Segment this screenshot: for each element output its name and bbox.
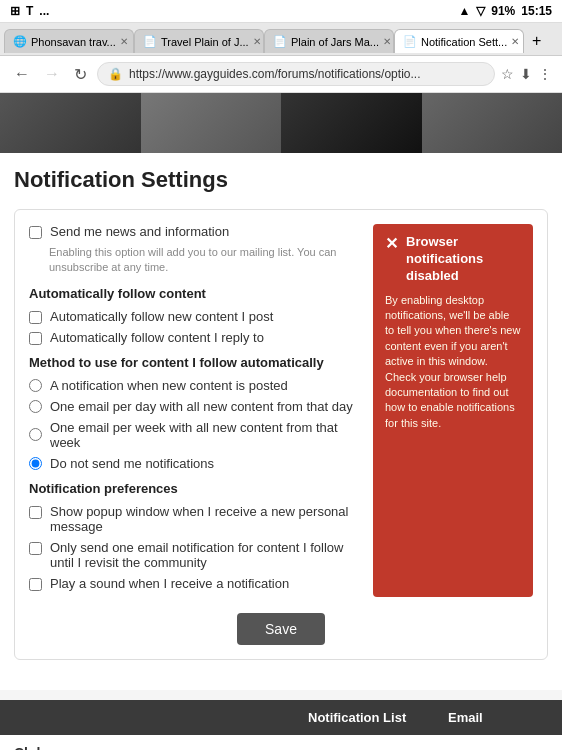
method-radio-input-0[interactable] [29,379,42,392]
tab-label: Plain of Jars Ma... [291,36,379,48]
tab-close-btn[interactable]: ✕ [120,36,128,47]
table-col-item [14,710,308,725]
back-button[interactable]: ← [10,63,34,85]
tab-close-btn[interactable]: ✕ [253,36,261,47]
tab-label: Notification Sett... [421,36,507,48]
main-content: Notification Settings Send me news and i… [0,153,562,690]
method-radio-input-3[interactable] [29,457,42,470]
notification-card: Send me news and information Enabling th… [14,209,548,660]
auto-follow-reply-checkbox[interactable] [29,332,42,345]
hero-img-4 [422,93,563,153]
overflow-dots: ... [39,4,49,18]
tab-phonsavan[interactable]: 🌐 Phonsavan trav... ✕ [4,29,134,53]
tab-indicator: T [26,4,33,18]
lock-icon: 🔒 [108,67,123,81]
method-radio-label-3: Do not send me notifications [50,456,214,471]
send-news-checkbox[interactable] [29,226,42,239]
method-radio-1: One email per day with all new content f… [29,399,359,414]
browser-notif-box: ✕ Browser notifications disabled By enab… [373,224,533,597]
page-title: Notification Settings [14,167,548,193]
star-icon[interactable]: ☆ [501,66,514,82]
pref-row-0: Show popup window when I receive a new p… [29,504,359,534]
battery-status: 91% [491,4,515,18]
signal-icon: ▲ [458,4,470,18]
hero-img-3 [281,93,422,153]
tab-notification-settings[interactable]: 📄 Notification Sett... ✕ [394,29,524,53]
status-bar-right: ▲ ▽ 91% 15:15 [458,4,552,18]
auto-follow-new-label: Automatically follow new content I post [50,309,273,324]
hero-img-2 [141,93,282,153]
auto-follow-reply-label: Automatically follow content I reply to [50,330,264,345]
tab-icon: 📄 [403,35,417,48]
notification-form: Send me news and information Enabling th… [29,224,359,597]
status-bar-left: ⊞ T ... [10,4,49,18]
group-label-clubs: Clubs [0,735,562,750]
app-icon: ⊞ [10,4,20,18]
auto-follow-reply-row: Automatically follow content I reply to [29,330,359,345]
pref-label-2: Play a sound when I receive a notificati… [50,576,289,591]
browser-notif-title: Browser notifications disabled [406,234,521,285]
tab-label: Phonsavan trav... [31,36,116,48]
pref-label-1: Only send one email notification for con… [50,540,359,570]
method-radio-input-1[interactable] [29,400,42,413]
pref-label-0: Show popup window when I receive a new p… [50,504,359,534]
tab-plain-of-jars[interactable]: 📄 Plain of Jars Ma... ✕ [264,29,394,53]
clock: 15:15 [521,4,552,18]
method-radio-2: One email per week with all new content … [29,420,359,450]
notification-table-section: Notification List Email Clubs I am invit… [0,700,562,750]
address-bar: ← → ↻ 🔒 https://www.gayguides.com/forums… [0,56,562,93]
tabs-bar: 🌐 Phonsavan trav... ✕ 📄 Travel Plain of … [0,23,562,56]
browser-notif-body: By enabling desktop notifications, we'll… [385,293,521,432]
tab-travel[interactable]: 📄 Travel Plain of J... ✕ [134,29,264,53]
table-col-email: Email [448,710,548,725]
method-radio-label-0: A notification when new content is poste… [50,378,288,393]
tab-close-btn[interactable]: ✕ [383,36,391,47]
browser-notif-header: ✕ Browser notifications disabled [385,234,521,285]
status-bar: ⊞ T ... ▲ ▽ 91% 15:15 [0,0,562,23]
tab-icon: 📄 [273,35,287,48]
pref-row-1: Only send one email notification for con… [29,540,359,570]
hero-img-1 [0,93,141,153]
menu-icon[interactable]: ⋮ [538,66,552,82]
save-button[interactable]: Save [237,613,325,645]
tab-icon: 📄 [143,35,157,48]
preferences-section-label: Notification preferences [29,481,359,496]
pref-row-2: Play a sound when I receive a notificati… [29,576,359,591]
send-news-row: Send me news and information [29,224,359,239]
save-row: Save [29,613,533,645]
table-header: Notification List Email [0,700,562,735]
method-radio-label-2: One email per week with all new content … [50,420,359,450]
wifi-icon: ▽ [476,4,485,18]
url-text: https://www.gayguides.com/forums/notific… [129,67,484,81]
forward-button[interactable]: → [40,63,64,85]
hero-images [0,93,562,153]
method-radio-input-2[interactable] [29,428,42,441]
auto-follow-new-row: Automatically follow new content I post [29,309,359,324]
table-col-notif-list: Notification List [308,710,448,725]
url-box[interactable]: 🔒 https://www.gayguides.com/forums/notif… [97,62,495,86]
method-radio-3: Do not send me notifications [29,456,359,471]
tab-icon: 🌐 [13,35,27,48]
method-section-label: Method to use for content I follow autom… [29,355,359,370]
pref-checkbox-2[interactable] [29,578,42,591]
reload-button[interactable]: ↻ [70,63,91,86]
tab-label: Travel Plain of J... [161,36,249,48]
method-radio-0: A notification when new content is poste… [29,378,359,393]
method-radio-label-1: One email per day with all new content f… [50,399,353,414]
browser-notif-close[interactable]: ✕ [385,234,398,253]
send-news-hint: Enabling this option will add you to our… [49,245,359,276]
pref-checkbox-0[interactable] [29,506,42,519]
auto-follow-section-label: Automatically follow content [29,286,359,301]
pref-checkbox-1[interactable] [29,542,42,555]
card-inner: Send me news and information Enabling th… [29,224,533,597]
tab-close-btn[interactable]: ✕ [511,36,519,47]
download-icon[interactable]: ⬇ [520,66,532,82]
auto-follow-new-checkbox[interactable] [29,311,42,324]
send-news-label: Send me news and information [50,224,229,239]
new-tab-button[interactable]: + [524,27,549,55]
address-bar-actions: ☆ ⬇ ⋮ [501,66,552,82]
